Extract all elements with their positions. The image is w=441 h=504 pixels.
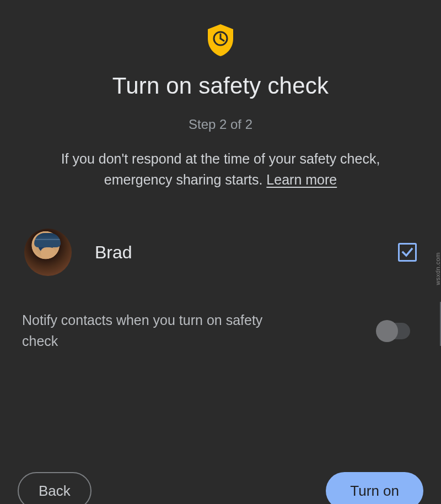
dialog-container: Turn on safety check Step 2 of 2 If you …: [0, 0, 441, 504]
contact-row: Brad: [22, 229, 419, 276]
contact-checkbox[interactable]: [398, 243, 417, 262]
shield-clock-icon: [206, 23, 235, 57]
step-indicator: Step 2 of 2: [22, 117, 419, 132]
description-text: If you don't respond at the time of your…: [22, 149, 419, 190]
notify-toggle[interactable]: [377, 323, 410, 339]
button-row: Back Turn on: [18, 472, 423, 504]
learn-more-link[interactable]: Learn more: [266, 172, 337, 187]
notify-toggle-row: Notify contacts when you turn on safety …: [22, 310, 419, 351]
contact-name: Brad: [95, 242, 398, 263]
notify-toggle-label: Notify contacts when you turn on safety …: [22, 310, 287, 351]
page-title: Turn on safety check: [22, 73, 419, 99]
avatar: [24, 229, 72, 276]
check-icon: [401, 246, 414, 259]
toggle-knob: [376, 320, 398, 342]
watermark: wsxdn.com: [434, 252, 441, 285]
back-button[interactable]: Back: [18, 472, 92, 504]
turn-on-button[interactable]: Turn on: [326, 472, 423, 504]
header-icon-wrap: [22, 23, 419, 57]
